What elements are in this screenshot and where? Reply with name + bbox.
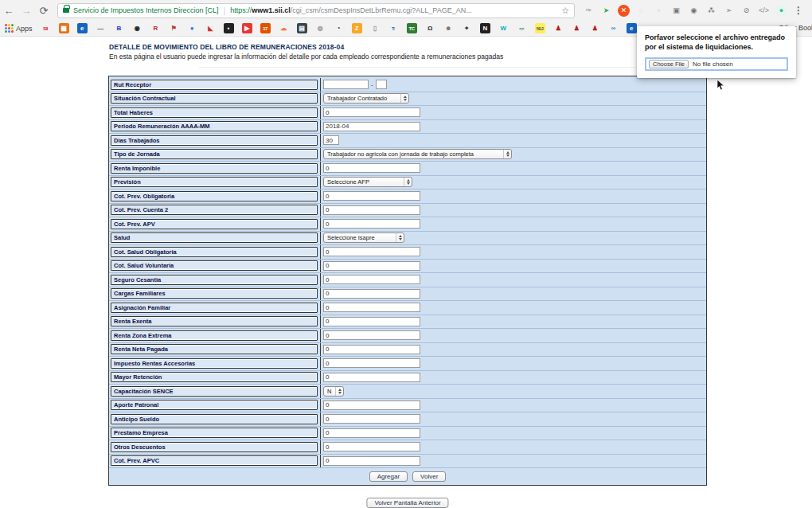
field-text-input[interactable] (323, 135, 339, 145)
field-text-input[interactable] (323, 330, 420, 340)
bookmark-tc-green[interactable]: TC (407, 23, 417, 33)
bookmark-person-brown[interactable]: ☻ (443, 23, 454, 33)
bookmark-star-icon[interactable]: ☆ (561, 6, 569, 16)
field-select[interactable]: Trabajador no agricola con jornada de tr… (323, 149, 512, 159)
forward-icon[interactable]: → (18, 5, 35, 17)
field-control (323, 303, 420, 312)
bookmark-blue-ball[interactable]: ● (187, 23, 197, 33)
field-text-input[interactable] (323, 289, 420, 299)
bookmark-n-black[interactable]: N (480, 23, 490, 33)
bookmark-soundcloud[interactable]: ☁ (279, 23, 289, 33)
field-select[interactable]: No (323, 386, 344, 397)
field-text-input[interactable] (323, 345, 420, 354)
field-text-input[interactable] (323, 456, 420, 466)
bookmark-person-red-2[interactable]: ♟ (572, 23, 582, 33)
agregar-button[interactable]: Agregar (369, 471, 408, 482)
form-row: Aporte Patronal (109, 399, 706, 413)
field-text-input[interactable] (323, 219, 420, 229)
apps-label[interactable]: Apps (16, 25, 33, 33)
bookmark-r-red[interactable]: R (150, 23, 161, 33)
field-label: Cot. Prev. APV (111, 219, 318, 229)
shield-extension-icon[interactable]: ▣ (670, 5, 682, 17)
bookmark-doc[interactable]: ▯ (370, 23, 381, 33)
select-value: Trabajador no agricola con jornada de tr… (327, 150, 500, 158)
telescope-extension-icon[interactable]: ➣ (723, 5, 735, 17)
disabled-circle-extension-icon[interactable]: ◌ (635, 5, 647, 17)
field-text-input[interactable] (323, 247, 420, 256)
select-stepper-arrows-icon (396, 233, 404, 242)
ev-certificate-label[interactable]: Servicio de Impuestos Internos Direccion… (73, 6, 219, 14)
field-text-input[interactable] (323, 442, 420, 451)
field-select[interactable]: Trabajador Contratado (323, 93, 409, 104)
camera-extension-icon[interactable]: ◉ (688, 5, 700, 17)
bookmark-circle-arrow[interactable]: ◔ (334, 23, 344, 33)
bookmark-red-triangle[interactable]: ◣ (205, 23, 216, 33)
ssl-lock-icon[interactable] (63, 8, 69, 13)
choose-file-button[interactable]: Choose File (649, 60, 689, 68)
field-text-input[interactable] (323, 414, 420, 424)
chrome-menu-icon[interactable]: ⋮ (794, 5, 803, 16)
disabled-square-extension-icon[interactable]: ▫ (653, 5, 665, 17)
active-green-extension-icon[interactable]: ● (775, 5, 787, 17)
bookmark-dark-panel[interactable]: ▤ (297, 23, 307, 33)
field-text-input[interactable] (323, 358, 420, 368)
bookmark-t-blue[interactable]: T: (388, 23, 399, 33)
reload-icon[interactable]: ⟳ (35, 5, 53, 17)
field-text-input[interactable] (323, 401, 420, 410)
bookmark-orange-grid[interactable]: ▦ (59, 23, 69, 33)
apps-grid-icon[interactable] (5, 24, 14, 33)
field-text-input[interactable] (323, 163, 420, 173)
bookmark-e-blue[interactable]: e (77, 23, 88, 33)
bookmark-person-red-1[interactable]: ♟ (553, 23, 564, 33)
bookmark-17-orange[interactable]: 17 (260, 23, 271, 33)
field-text-input[interactable] (323, 205, 420, 215)
bookmark-youtube[interactable]: ▶ (242, 23, 252, 33)
bookmark-b-blue[interactable]: B (114, 23, 124, 33)
bookmark-w-dark[interactable]: Ω (425, 23, 435, 33)
field-select[interactable]: Seleccione AFP (323, 177, 412, 187)
orange-x-extension-icon[interactable]: ✕ (618, 5, 630, 17)
volver-button[interactable]: Volver (412, 471, 446, 482)
rut-number-input[interactable] (323, 80, 369, 89)
gesture-extension-icon[interactable]: ✑ (583, 5, 595, 17)
field-text-input[interactable] (323, 303, 420, 312)
field-text-input[interactable] (323, 275, 420, 284)
share-nodes-extension-icon[interactable]: ⁂ (705, 5, 717, 17)
bookmark-gray-circle[interactable]: ◍ (315, 23, 326, 33)
rut-dv-input[interactable] (376, 80, 387, 89)
block-extension-icon[interactable]: ⊘ (740, 5, 752, 17)
bookmark-sii[interactable]: SII (41, 23, 51, 33)
bookmark-dash[interactable]: — (96, 23, 106, 33)
bookmark-e-blue-2[interactable]: e (627, 23, 637, 33)
bookmark-dark-circle[interactable]: ◉ (132, 23, 142, 33)
form-row: Cot. Prev. APV (109, 217, 706, 232)
bookmark-black-square[interactable]: ▪ (224, 23, 234, 33)
field-text-input[interactable] (323, 428, 420, 438)
field-select[interactable]: Seleccione Isapre (323, 233, 404, 243)
green-arrows-extension-icon[interactable]: ➤ (600, 5, 612, 17)
bookmark-z-yellow[interactable]: Z (352, 23, 362, 33)
field-text-input[interactable] (323, 107, 420, 117)
bookmark-map-pin[interactable]: ⌖ (462, 23, 472, 33)
field-text-input[interactable] (323, 373, 420, 382)
bookmark-person-red-3[interactable]: ♟ (590, 23, 600, 33)
form-row: Periodo Remuneración AAAA-MM (109, 120, 706, 135)
bookmark-link-infinity[interactable]: ∞ (608, 23, 619, 33)
favicons-strip: SII▦e—B◉R⚑●◣▪▶17☁▤◍◔Z▯T:TCΩ☻⌖NW<>50J♟♟♟∞… (41, 23, 663, 33)
file-input[interactable]: Choose File No file chosen (645, 57, 788, 71)
back-icon[interactable]: ← (0, 5, 18, 17)
label-cell-wrap: Aporte Patronal (109, 399, 321, 412)
bookmark-w-colorful[interactable]: W (498, 23, 509, 33)
field-text-input[interactable] (323, 122, 420, 131)
bookmark-flag[interactable]: ⚑ (169, 23, 179, 33)
code-extension-icon[interactable]: </> (758, 5, 770, 17)
form-row: Cot. Prev. APVC (109, 455, 706, 469)
bookmark-soj-yellow[interactable]: 50J (535, 23, 545, 33)
volver-pantalla-anterior-button[interactable]: Volver Pantalla Anterior (366, 498, 448, 508)
field-text-input[interactable] (323, 261, 420, 271)
field-text-input[interactable] (323, 317, 420, 326)
url-text[interactable]: https://www1.sii.cl/cgi_csm/csmDespInsDe… (230, 6, 558, 14)
address-bar[interactable]: Servicio de Impuestos Internos Direccion… (57, 3, 575, 18)
bookmark-code-teal[interactable]: <> (517, 23, 527, 33)
field-text-input[interactable] (323, 191, 420, 201)
